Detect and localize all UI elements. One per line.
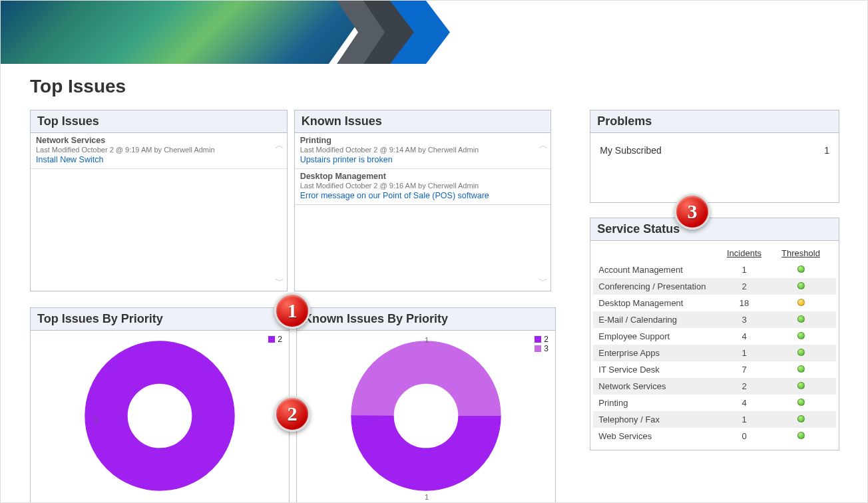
service-name: IT Service Desk	[598, 365, 718, 375]
panel-title: Problems	[590, 110, 839, 133]
service-threshold	[771, 398, 831, 408]
status-dot-icon	[797, 299, 805, 306]
list-item: Network Services Last Modified October 2…	[31, 133, 287, 169]
known-issues-panel: Known Issues ︿ ﹀ Printing Last Modified …	[294, 110, 552, 291]
service-incidents: 0	[718, 431, 771, 441]
legend-label: 2	[278, 335, 282, 344]
callout-badge-1: 1	[274, 293, 310, 329]
panel-title: Known Issues By Priority	[297, 308, 555, 331]
status-dot-icon	[797, 315, 805, 323]
service-threshold	[771, 265, 831, 275]
service-threshold	[771, 348, 831, 358]
service-name: Telephony / Fax	[598, 415, 718, 424]
status-dot-icon	[797, 265, 805, 273]
donut-chart[interactable]	[83, 339, 236, 495]
service-name: Desktop Management	[598, 298, 718, 308]
problems-label: My Subscribed	[600, 145, 662, 156]
item-category: Network Services	[36, 136, 282, 145]
col-incidents: Incidents	[718, 248, 771, 258]
chart-legend: 2 3	[535, 335, 548, 353]
item-meta: Last Modified October 2 @ 9:19 AM by Che…	[36, 146, 282, 154]
status-dot-icon	[797, 432, 805, 439]
item-category: Printing	[300, 136, 546, 145]
top-issues-panel: Top Issues ︿ ﹀ Network Services Last Mod…	[30, 110, 288, 291]
service-incidents: 7	[718, 365, 771, 375]
legend-label: 3	[544, 344, 548, 353]
service-threshold	[771, 381, 831, 391]
legend-swatch	[535, 336, 541, 343]
item-meta: Last Modified October 2 @ 9:16 AM by Che…	[300, 182, 546, 190]
service-status-row[interactable]: Telephony / Fax1	[593, 411, 836, 428]
problems-count: 1	[824, 145, 829, 156]
service-status-row[interactable]: Printing4	[593, 395, 836, 411]
legend-swatch	[268, 336, 275, 343]
problems-row[interactable]: My Subscribed 1	[600, 145, 829, 156]
service-incidents: 2	[718, 281, 771, 291]
service-name: Printing	[598, 398, 718, 408]
service-threshold	[771, 298, 831, 308]
service-incidents: 18	[718, 298, 771, 308]
banner-graphic	[1, 1, 373, 64]
svg-point-0	[107, 363, 214, 470]
service-status-row[interactable]: Desktop Management18	[593, 295, 836, 311]
service-name: Web Services	[598, 431, 718, 441]
problems-panel: Problems My Subscribed 1	[590, 110, 839, 203]
item-meta: Last Modified October 2 @ 9:14 AM by Che…	[300, 146, 546, 154]
service-status-row[interactable]: E-Mail / Calendaring3	[593, 311, 836, 328]
donut-chart[interactable]	[349, 339, 503, 495]
service-status-row[interactable]: Account Management1	[593, 261, 836, 278]
service-status-row[interactable]: Conferencing / Presentation2	[593, 278, 836, 295]
service-incidents: 1	[718, 348, 771, 358]
service-status-row[interactable]: IT Service Desk7	[593, 361, 836, 378]
callout-badge-2: 2	[274, 396, 310, 432]
service-incidents: 2	[718, 381, 771, 391]
service-name: E-Mail / Calendaring	[598, 315, 718, 325]
list-item: Printing Last Modified October 2 @ 9:14 …	[295, 133, 551, 169]
service-threshold	[771, 431, 831, 441]
service-incidents: 3	[718, 315, 771, 325]
service-threshold	[771, 315, 831, 325]
service-threshold	[771, 415, 831, 424]
service-status-row[interactable]: Enterprise Apps1	[593, 345, 836, 361]
service-threshold	[771, 365, 831, 375]
legend-label: 2	[544, 335, 548, 344]
page-title: Top Issues	[30, 76, 867, 97]
status-dot-icon	[797, 349, 805, 356]
scroll-down-icon[interactable]: ﹀	[539, 275, 548, 285]
service-incidents: 1	[718, 415, 771, 424]
item-link[interactable]: Install New Switch	[36, 155, 282, 164]
service-name: Conferencing / Presentation	[598, 281, 718, 291]
right-column: Problems My Subscribed 1 Service Status …	[590, 110, 839, 450]
item-link[interactable]: Error message on our Point of Sale (POS)…	[300, 191, 546, 200]
service-name: Enterprise Apps	[598, 348, 718, 358]
service-status-row[interactable]: Network Services2	[593, 378, 836, 395]
known-issues-priority-panel: Known Issues By Priority 2 3 1 1	[296, 307, 556, 503]
service-name: Account Management	[598, 265, 718, 275]
donut-data-label: 1	[94, 416, 98, 424]
status-dot-icon	[797, 399, 805, 406]
status-dot-icon	[797, 415, 805, 422]
top-issues-list: ︿ ﹀ Network Services Last Modified Octob…	[31, 133, 287, 291]
service-name: Network Services	[598, 381, 718, 391]
status-dot-icon	[797, 332, 805, 339]
service-incidents: 4	[718, 331, 771, 341]
scroll-down-icon[interactable]: ﹀	[275, 275, 284, 285]
header-banner	[1, 1, 867, 64]
service-incidents: 4	[718, 398, 771, 408]
panel-title: Service Status	[590, 218, 839, 241]
service-status-header: Incidents Threshold	[593, 245, 836, 261]
donut-data-label: 1	[425, 493, 429, 501]
dashboard: Top Issues ︿ ﹀ Network Services Last Mod…	[30, 110, 839, 450]
known-issues-list: ︿ ﹀ Printing Last Modified October 2 @ 9…	[295, 133, 551, 291]
item-link[interactable]: Upstairs printer is broken	[300, 155, 546, 164]
status-dot-icon	[797, 382, 805, 389]
legend-swatch	[535, 345, 541, 352]
service-incidents: 1	[718, 265, 771, 275]
status-dot-icon	[797, 282, 805, 289]
service-threshold	[771, 331, 831, 341]
service-status-row[interactable]: Web Services0	[593, 428, 836, 444]
callout-badge-3: 3	[674, 194, 710, 230]
item-category: Desktop Management	[300, 172, 546, 181]
service-status-row[interactable]: Employee Support4	[593, 328, 836, 345]
service-threshold	[771, 281, 831, 291]
